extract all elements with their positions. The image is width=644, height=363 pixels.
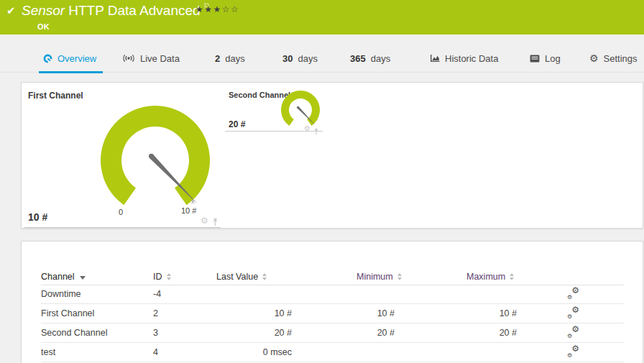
channel-settings-icon[interactable]: ⚙ ⚙ [566,307,579,320]
cell-channel: test [41,343,55,362]
tab-number: 365 [350,53,366,64]
gauges-panel: First Channel 0 10 # x 10 # ⚙ Second Cha… [21,82,643,229]
column-header-channel[interactable]: Channel [41,272,86,282]
tab-overview[interactable]: Overview [43,44,96,73]
gear-icon: ⚙ [567,334,572,339]
column-header-maximum[interactable]: Maximum [466,272,514,282]
tab-label: Historic Data [445,53,498,64]
channel-settings-icon[interactable]: ⚙ ⚙ [566,326,579,339]
tab-label: days [225,53,244,64]
gear-icon: ⚙ [567,314,572,320]
cell-channel: First Channel [41,304,94,323]
sensor-name: HTTP Data Advanced [68,3,200,18]
column-label: Channel [41,272,75,282]
cell-last-value: 10 # [209,304,292,323]
column-label: Maximum [466,272,505,282]
tab-number: 30 [282,53,293,64]
sort-icon [262,273,267,280]
first-channel-gauge [98,103,213,218]
tab-log[interactable]: Log [530,44,561,73]
broadcast-icon [122,54,135,63]
cell-maximum: 10 # [436,304,517,323]
tab-365-days[interactable]: 365 days [350,44,390,73]
table-row: Downtime -4 ⚙ ⚙ [41,285,624,304]
tab-label: Overview [58,53,96,64]
tab-live-data[interactable]: Live Data [122,44,180,73]
sort-icon [167,273,171,280]
tab-number: 2 [215,53,220,64]
gauge-min-label: 0 [119,208,123,216]
table-row: First Channel 2 10 # 10 # 10 # ⚙ ⚙ [41,304,624,323]
tab-label: Settings [604,53,638,64]
column-label: Minimum [356,272,393,282]
cell-maximum: 20 # [436,323,517,343]
log-list-icon [530,55,540,63]
tab-label: Log [545,53,561,64]
tab-label: days [371,53,390,64]
column-header-minimum[interactable]: Minimum [356,272,402,282]
tab-historic-data[interactable]: Historic Data [430,44,498,73]
cell-id: 3 [153,323,158,343]
gauge-divider [225,131,323,132]
sensor-kind-label: Sensor [22,3,65,18]
cell-id: -4 [153,285,161,304]
channel-settings-icon[interactable]: ⚙ ⚙ [566,288,579,300]
cell-channel: Second Channel [41,323,107,343]
column-label: Last Value [216,272,258,282]
tab-30-days[interactable]: 30 days [282,44,318,73]
ok-check-icon: ✔ [6,4,16,17]
table-row: Second Channel 3 20 # 20 # 20 # ⚙ ⚙ [41,323,624,343]
gear-icon: ⚙ [571,344,579,353]
gear-icon: ⚙ [589,53,599,63]
column-label: ID [153,272,162,282]
gear-icon: ⚙ [571,286,579,295]
sort-desc-icon [80,276,86,280]
tab-bar: Overview Live Data 2 days 30 days 365 da… [0,44,644,73]
cell-minimum: 20 # [314,323,395,343]
table-row: test 4 0 msec ⚙ ⚙ [41,343,624,362]
column-header-id[interactable]: ID [153,272,171,282]
area-chart-icon [430,54,440,63]
first-channel-value: 10 # [28,211,47,223]
sort-icon [397,273,402,280]
cell-last-value: 20 # [209,323,292,343]
sensor-page: ✔ SensorHTTP Data Advanced⚐ ★★★☆☆ OK Ove… [0,0,644,363]
tab-label: days [298,53,317,64]
gear-icon: ⚙ [567,295,572,300]
second-channel-value: 20 # [229,119,245,129]
first-channel-title: First Channel [28,91,83,101]
gauge-settings-gear-icon[interactable]: ⚙ [201,216,208,225]
tab-label: Live Data [140,53,180,64]
gauge-icon [43,54,52,63]
tab-settings[interactable]: ⚙ Settings [589,44,638,73]
cell-id: 4 [153,343,158,362]
cell-minimum: 10 # [314,304,395,323]
channel-settings-icon[interactable]: ⚙ ⚙ [566,346,579,359]
gauge-pin-icon[interactable] [313,125,319,138]
gauge-max-label: 10 # [181,206,196,215]
gear-icon: ⚙ [571,325,579,334]
cell-last-value: 0 msec [209,343,292,362]
sensor-header: ✔ SensorHTTP Data Advanced⚐ ★★★☆☆ OK [0,0,644,35]
channels-table-panel: Channel ID Last Value Minimum Maximum Do… [21,241,643,363]
tab-2-days[interactable]: 2 days [215,44,245,73]
cell-id: 2 [153,304,158,323]
gear-icon: ⚙ [567,353,572,359]
gauge-divider [24,227,221,228]
priority-stars[interactable]: ★★★☆☆ [196,4,239,14]
sort-icon [510,273,514,280]
cell-channel: Downtime [41,285,81,304]
gauge-needle-label: x [191,198,195,205]
gear-icon: ⚙ [571,305,579,314]
status-badge: OK [37,22,50,31]
page-title: SensorHTTP Data Advanced⚐ [22,3,211,19]
column-header-last-value[interactable]: Last Value [216,272,267,282]
